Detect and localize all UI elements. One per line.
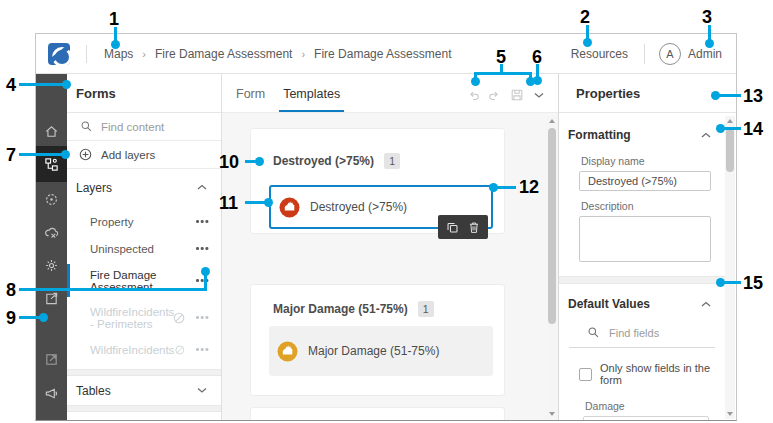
disabled-icon	[172, 311, 186, 325]
duplicate-icon[interactable]	[446, 221, 459, 234]
scroll-up-icon[interactable]	[547, 116, 557, 126]
save-menu-chevron-icon[interactable]	[534, 92, 544, 99]
callout-line	[496, 186, 516, 189]
formatting-section-header[interactable]: Formatting	[559, 113, 725, 149]
basemap-section-header[interactable]: Basemap	[67, 412, 221, 421]
redo-icon[interactable]	[487, 89, 501, 102]
layer-options-icon[interactable]	[196, 348, 209, 351]
esri-logo-icon	[48, 43, 70, 65]
chevron-up-icon	[197, 184, 207, 191]
callout-line	[19, 288, 207, 291]
scroll-down-icon[interactable]	[547, 409, 557, 419]
layer-label: WildfireIncidents - Perimeters	[90, 306, 172, 330]
find-content-placeholder: Find content	[101, 121, 164, 133]
avatar[interactable]: A	[659, 43, 681, 65]
callout-number: 2	[580, 8, 590, 26]
description-input[interactable]	[579, 216, 711, 262]
display-name-input[interactable]: Destroyed (>75%)	[579, 171, 711, 191]
template-item-label: Major Damage (51-75%)	[308, 344, 439, 358]
resources-link[interactable]: Resources	[571, 47, 628, 61]
breadcrumb-separator-icon: ›	[142, 48, 146, 60]
layer-item-uninspected[interactable]: Uninspected	[67, 235, 221, 262]
chevron-down-icon	[197, 387, 207, 394]
damage-field-input[interactable]: Destroyed (>75%)	[583, 416, 709, 420]
callout-dot	[61, 150, 70, 159]
editor-tabbar: Form Templates	[222, 74, 558, 113]
only-show-fields-row: Only show fields in the form	[579, 362, 725, 386]
settings-gear-icon[interactable]	[36, 250, 67, 280]
user-menu[interactable]: Admin	[688, 47, 722, 61]
delete-trash-icon[interactable]	[468, 221, 480, 234]
group-title: Destroyed (>75%)	[273, 154, 374, 168]
layers-section-header[interactable]: Layers	[67, 173, 221, 202]
layer-options-icon[interactable]	[196, 279, 209, 282]
breadcrumb-maps[interactable]: Maps	[104, 47, 133, 61]
only-show-fields-checkbox[interactable]	[579, 368, 592, 381]
editor-scrollbar[interactable]	[547, 116, 557, 419]
feedback-icon[interactable]	[36, 378, 67, 408]
layer-label: WildfireIncidents	[90, 344, 174, 356]
callout-number: 3	[702, 8, 712, 26]
template-group-header: Moderate Damage (26-50%) 1	[251, 408, 504, 420]
properties-scrollbar[interactable]	[725, 116, 735, 419]
layer-item-property[interactable]: Property	[67, 208, 221, 235]
offline-icon[interactable]	[36, 217, 67, 247]
callout-number: 8	[6, 281, 16, 299]
add-layers-button[interactable]: Add layers	[67, 141, 221, 169]
callout-dot	[111, 40, 120, 49]
callout-dot	[264, 198, 273, 207]
display-name-label: Display name	[581, 155, 725, 167]
layer-label: Property	[90, 216, 192, 228]
callout-dot	[255, 157, 264, 166]
template-item-major[interactable]: Major Damage (51-75%)	[269, 326, 493, 376]
add-circle-icon	[78, 147, 93, 162]
template-item-toolbar	[438, 215, 488, 239]
scroll-up-icon[interactable]	[725, 116, 735, 126]
layer-item-wildfire-incidents[interactable]: WildfireIncidents	[67, 336, 221, 363]
tab-form[interactable]: Form	[232, 87, 269, 112]
layer-options-icon[interactable]	[196, 220, 209, 223]
home-icon[interactable]	[36, 116, 67, 146]
properties-panel: Properties Formatting Display name Destr…	[558, 74, 736, 420]
layer-options-icon[interactable]	[196, 247, 209, 250]
breadcrumb-form-name: Fire Damage Assessment	[314, 47, 451, 61]
group-count-badge: 1	[418, 301, 434, 317]
layer-label: Uninspected	[90, 243, 192, 255]
scrollbar-thumb[interactable]	[726, 128, 734, 172]
callout-line	[723, 281, 741, 284]
layer-item-wildfire-perimeters[interactable]: WildfireIncidents - Perimeters	[67, 299, 221, 336]
callout-line	[19, 316, 41, 319]
scroll-down-icon[interactable]	[725, 409, 735, 419]
callout-number: 14	[743, 120, 763, 138]
template-item-label: Destroyed (>75%)	[310, 200, 407, 214]
destroyed-symbol-icon	[279, 197, 300, 218]
callout-line	[723, 127, 741, 130]
app-sidebar	[36, 74, 67, 420]
tables-section-header[interactable]: Tables	[67, 376, 221, 405]
layer-item-fire-damage-assessment[interactable]: Fire Damage Assessment	[67, 262, 221, 299]
callout-line	[19, 153, 63, 156]
callout-number: 1	[109, 10, 119, 28]
find-fields-search[interactable]: Find fields	[569, 318, 715, 348]
default-values-section-header[interactable]: Default Values	[559, 284, 725, 318]
app-body: Forms Find content Add layers Layers Pro…	[36, 74, 736, 420]
layer-options-icon[interactable]	[196, 316, 209, 319]
callout-line	[19, 83, 65, 86]
callout-number: 12	[519, 178, 539, 196]
geofence-icon[interactable]	[36, 184, 67, 214]
tab-templates[interactable]: Templates	[279, 87, 344, 112]
section-divider	[559, 276, 725, 284]
save-icon[interactable]	[510, 88, 524, 102]
open-map-viewer-icon[interactable]	[36, 344, 67, 374]
scrollbar-thumb[interactable]	[548, 128, 556, 324]
callout-number: 13	[743, 87, 763, 105]
callout-dot	[62, 80, 71, 89]
callout-line	[474, 72, 532, 75]
breadcrumb-map-name[interactable]: Fire Damage Assessment	[155, 47, 292, 61]
header-divider	[644, 44, 645, 64]
undo-icon[interactable]	[467, 89, 481, 102]
group-title: Major Damage (51-75%)	[273, 302, 408, 316]
disabled-icon	[174, 343, 186, 357]
callout-number: 7	[6, 146, 16, 164]
find-content-search[interactable]: Find content	[67, 113, 221, 141]
